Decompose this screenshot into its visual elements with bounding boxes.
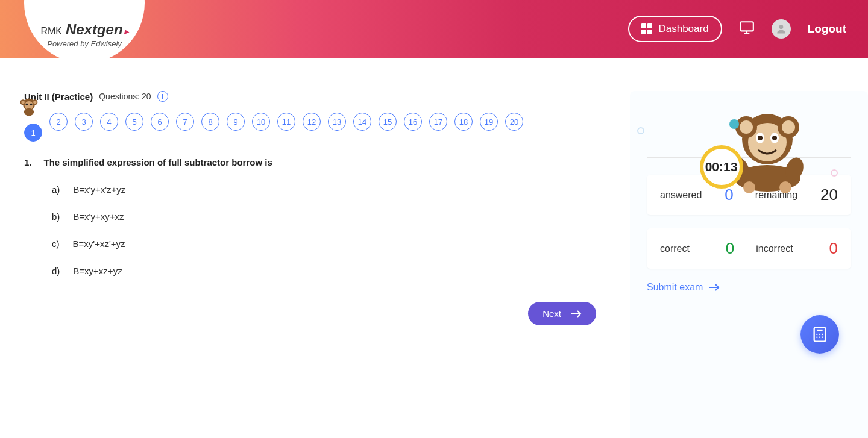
option-key: d) xyxy=(52,266,60,276)
question-text: The simplified expression of full subtra… xyxy=(44,157,272,167)
svg-point-29 xyxy=(729,119,739,129)
remaining-value: 20 xyxy=(820,186,838,204)
svg-point-27 xyxy=(743,181,755,193)
svg-point-23 xyxy=(758,136,763,140)
decoration-circle xyxy=(831,169,838,177)
option-text: B=x'y+x'z+yz xyxy=(73,184,125,195)
incorrect-label: incorrect xyxy=(756,243,793,254)
main-content: Unit II (Practice) Questions: 20 i 12345… xyxy=(0,91,630,438)
svg-point-3 xyxy=(779,25,783,29)
option-key: c) xyxy=(52,239,60,249)
question-nav-6[interactable]: 6 xyxy=(151,113,169,131)
option-text: B=xy+xz+yz xyxy=(73,266,122,276)
dashboard-icon xyxy=(641,23,652,34)
timer-mascot: 00:13 xyxy=(683,91,816,193)
logo-secondary: Nextgen▸ xyxy=(66,21,128,38)
logo-primary: RMK xyxy=(40,26,62,37)
svg-point-8 xyxy=(21,101,24,104)
question-number: 1. xyxy=(24,157,32,167)
question-nav-1[interactable]: 1 xyxy=(24,124,42,142)
option-text: B=xy'+xz'+yz xyxy=(73,239,125,249)
question-nav-20[interactable]: 20 xyxy=(505,113,523,131)
question-nav-12[interactable]: 12 xyxy=(303,113,321,131)
option-d[interactable]: d)B=xy+xz+yz xyxy=(52,266,600,276)
play-icon: ▸ xyxy=(124,27,128,36)
svg-point-12 xyxy=(24,108,34,116)
question-nav-2[interactable]: 2 xyxy=(49,113,68,131)
option-a[interactable]: a)B=x'y+x'z+yz xyxy=(52,184,600,195)
svg-point-28 xyxy=(779,181,791,193)
arrow-right-icon xyxy=(709,283,720,292)
side-panel: 00:13 answered 0 remaining 20 correct 0 … xyxy=(630,91,868,438)
quiz-meta: Questions: 20 xyxy=(99,92,151,101)
calculator-fab[interactable] xyxy=(800,315,839,354)
svg-point-19 xyxy=(740,120,753,134)
arrow-right-icon xyxy=(571,310,582,318)
header: RMK Nextgen▸ Powered by Edwisely Dashboa… xyxy=(0,0,868,58)
option-text: B=x'y+xy+xz xyxy=(73,211,124,222)
question-nav-3[interactable]: 3 xyxy=(75,113,93,131)
question-nav-11[interactable]: 11 xyxy=(277,113,295,131)
logo[interactable]: RMK Nextgen▸ Powered by Edwisely xyxy=(24,0,145,63)
question-nav-7[interactable]: 7 xyxy=(176,113,194,131)
info-icon[interactable]: i xyxy=(157,91,168,102)
svg-rect-0 xyxy=(740,22,753,31)
svg-point-20 xyxy=(782,120,795,134)
svg-point-10 xyxy=(26,104,28,106)
question-nav-9[interactable]: 9 xyxy=(227,113,245,131)
question-nav-18[interactable]: 18 xyxy=(454,113,473,131)
stat-correct-incorrect: correct 0 incorrect 0 xyxy=(647,228,851,269)
svg-point-24 xyxy=(772,136,777,140)
question-nav-13[interactable]: 13 xyxy=(328,113,346,131)
submit-label: Submit exam xyxy=(647,282,703,293)
question-nav-8[interactable]: 8 xyxy=(201,113,219,131)
dashboard-label: Dashboard xyxy=(658,23,708,35)
logo-tagline: Powered by Edwisely xyxy=(47,39,122,48)
option-b[interactable]: b)B=x'y+xy+xz xyxy=(52,211,600,222)
avatar[interactable] xyxy=(772,19,791,39)
timer-text: 00:13 xyxy=(705,160,738,174)
options-list: a)B=x'y+x'z+yzb)B=x'y+xy+xzc)B=xy'+xz'+y… xyxy=(24,184,600,276)
question-nav: 1234567891011121314151617181920 xyxy=(24,113,600,142)
question-nav-19[interactable]: 19 xyxy=(480,113,498,131)
option-c[interactable]: c)B=xy'+xz'+yz xyxy=(52,239,600,249)
question-nav-4[interactable]: 4 xyxy=(100,113,118,131)
question-nav-14[interactable]: 14 xyxy=(353,113,371,131)
calculator-icon xyxy=(811,326,828,343)
dashboard-button[interactable]: Dashboard xyxy=(628,16,722,42)
submit-exam-button[interactable]: Submit exam xyxy=(647,282,851,293)
svg-point-11 xyxy=(30,104,33,106)
option-key: b) xyxy=(52,211,60,222)
svg-point-9 xyxy=(33,101,36,104)
correct-value: 0 xyxy=(726,239,734,258)
next-label: Next xyxy=(542,308,561,319)
next-button[interactable]: Next xyxy=(528,302,596,325)
question-nav-16[interactable]: 16 xyxy=(404,113,422,131)
question-nav-10[interactable]: 10 xyxy=(252,113,270,131)
question-nav-5[interactable]: 5 xyxy=(125,113,143,131)
question-nav-17[interactable]: 17 xyxy=(429,113,447,131)
correct-label: correct xyxy=(660,243,690,254)
question-nav-15[interactable]: 15 xyxy=(379,113,397,131)
timer: 00:13 xyxy=(700,145,743,189)
option-key: a) xyxy=(52,184,60,195)
decoration-circle xyxy=(637,127,644,134)
monitor-icon[interactable] xyxy=(739,20,755,38)
logout-button[interactable]: Logout xyxy=(808,22,846,36)
monkey-mascot-icon xyxy=(18,96,40,117)
incorrect-value: 0 xyxy=(829,239,838,258)
